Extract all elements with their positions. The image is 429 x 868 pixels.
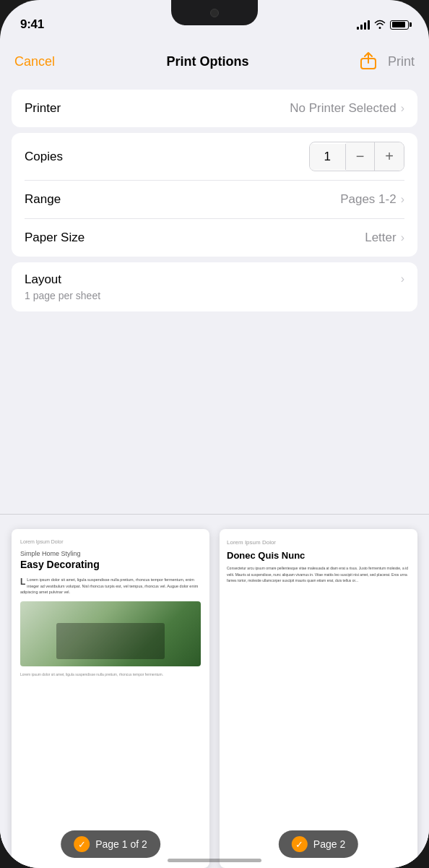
status-icons — [357, 19, 409, 31]
home-indicator — [168, 859, 261, 862]
page-1-check-icon: ✓ — [74, 836, 90, 852]
page-2-check-icon: ✓ — [292, 836, 308, 852]
paper-size-chevron-icon: › — [401, 231, 404, 244]
copies-value: 1 — [310, 144, 346, 170]
page-1-content: Lorem Ipsum Dolor Simple Home Styling Ea… — [12, 529, 209, 868]
preview-section: Lorem Ipsum Dolor Simple Home Styling Ea… — [0, 514, 429, 868]
paper-size-value-text: Letter — [365, 231, 396, 245]
range-row[interactable]: Range Pages 1-2 › — [12, 181, 417, 218]
print-button[interactable]: Print — [388, 54, 415, 69]
phone-screen: 9:41 — [0, 0, 429, 868]
signal-bar-4 — [368, 20, 370, 30]
battery-fill — [392, 22, 406, 27]
print-header: Cancel Print Options Print — [0, 39, 429, 84]
page-1-caption: Lorem ipsum dolor sit amet, ligula suspe… — [20, 672, 201, 676]
layout-title: Layout › — [25, 272, 404, 287]
header-right: Print — [360, 51, 415, 72]
page-1-body: L Lorem ipsum dolor sit amet, ligula sus… — [20, 577, 201, 596]
share-icon[interactable] — [360, 51, 376, 72]
page-1-preview[interactable]: Lorem Ipsum Dolor Simple Home Styling Ea… — [12, 529, 209, 868]
paper-size-value: Letter › — [365, 231, 404, 245]
notch — [171, 0, 258, 25]
copies-decrement-button[interactable]: − — [346, 142, 376, 171]
page-1-body-letter: L — [20, 577, 25, 586]
range-value-text: Pages 1-2 — [340, 192, 396, 207]
signal-bar-1 — [357, 27, 359, 30]
page-2-small-text: Lorem Ipsum Dolor — [227, 539, 410, 546]
page-1-image — [20, 601, 201, 666]
page-1-indicator-text: Page 1 of 2 — [95, 838, 147, 850]
status-time: 9:41 — [20, 17, 44, 32]
copies-increment-button[interactable]: + — [375, 142, 404, 171]
range-label: Range — [25, 192, 61, 207]
printer-value-text: No Printer Selected — [290, 101, 396, 116]
notch-camera — [210, 9, 219, 17]
printer-chevron-icon: › — [401, 102, 404, 115]
paper-size-label: Paper Size — [25, 231, 84, 245]
page-1-small-text: Lorem Ipsum Dolor — [20, 539, 201, 544]
layout-row[interactable]: Layout › 1 page per sheet — [12, 262, 417, 311]
range-chevron-icon: › — [401, 193, 404, 206]
print-options-title: Print Options — [55, 54, 360, 69]
signal-bar-2 — [360, 25, 363, 30]
cancel-button[interactable]: Cancel — [14, 54, 55, 69]
range-value: Pages 1-2 › — [340, 192, 404, 207]
wifi-icon — [374, 19, 386, 31]
printer-card: Printer No Printer Selected › — [12, 90, 417, 127]
printer-value: No Printer Selected › — [290, 101, 404, 116]
page-2-title: Donec Quis Nunc — [227, 550, 410, 561]
page-2-indicator-text: Page 2 — [313, 838, 345, 850]
layout-subtitle: 1 page per sheet — [25, 290, 404, 301]
copies-row: Copies 1 − + — [12, 133, 417, 180]
layout-card: Layout › 1 page per sheet — [12, 262, 417, 311]
options-card: Copies 1 − + Range Pages 1-2 › — [12, 133, 417, 257]
battery-icon — [390, 20, 409, 30]
phone-frame: 9:41 — [0, 0, 429, 868]
copies-label: Copies — [25, 150, 63, 164]
signal-bars-icon — [357, 20, 370, 30]
page-1-title: Easy Decorating — [20, 559, 201, 571]
print-panel: Cancel Print Options Print — [0, 39, 429, 311]
layout-label: Layout — [25, 272, 61, 287]
printer-label: Printer — [25, 101, 61, 116]
signal-bar-3 — [364, 22, 366, 30]
page-1-indicator: ✓ Page 1 of 2 — [61, 830, 160, 858]
content-area: Cancel Print Options Print — [0, 39, 429, 868]
page-2-preview[interactable]: Lorem Ipsum Dolor Donec Quis Nunc Consec… — [220, 529, 417, 868]
paper-size-row[interactable]: Paper Size Letter › — [12, 219, 417, 257]
page-1-image-inner — [56, 623, 165, 659]
page-1-subtitle: Simple Home Styling — [20, 550, 201, 557]
page-2-body: Consectetur arcu ipsum ornare pellentesq… — [227, 565, 410, 584]
copies-stepper[interactable]: 1 − + — [309, 142, 404, 171]
layout-chevron-icon: › — [401, 272, 404, 285]
printer-row[interactable]: Printer No Printer Selected › — [12, 90, 417, 127]
page-2-content: Lorem Ipsum Dolor Donec Quis Nunc Consec… — [220, 529, 417, 590]
page-2-indicator: ✓ Page 2 — [279, 830, 358, 858]
